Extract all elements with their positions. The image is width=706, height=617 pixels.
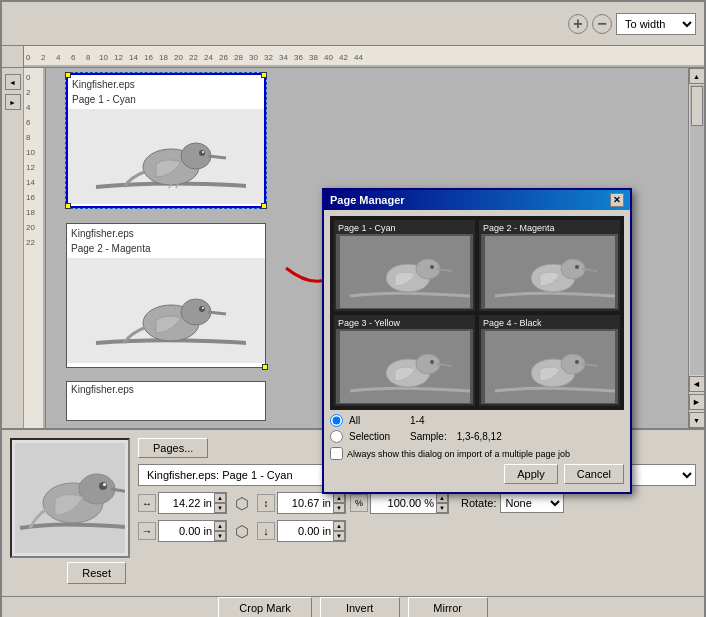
svg-point-50 [202, 307, 204, 309]
canvas-item-3[interactable]: Kingfisher.eps [66, 381, 266, 421]
width-input[interactable] [159, 493, 214, 513]
svg-text:22: 22 [189, 53, 198, 62]
mirror-button[interactable]: Mirror [408, 597, 488, 617]
rotate-select[interactable]: None 90 CW 90 CCW 180 [500, 493, 564, 513]
x-down[interactable]: ▼ [214, 531, 226, 541]
svg-text:20: 20 [26, 223, 35, 232]
y-group: ↓ ▲ ▼ [257, 520, 346, 542]
x-icon: → [138, 522, 156, 540]
svg-line-48 [208, 312, 226, 314]
right-arrow-button[interactable]: ► [5, 94, 21, 110]
cancel-button[interactable]: Cancel [564, 464, 624, 484]
left-arrow-button[interactable]: ◄ [5, 74, 21, 90]
y-up[interactable]: ▲ [333, 521, 345, 531]
svg-text:6: 6 [26, 118, 31, 127]
svg-point-60 [575, 265, 579, 269]
width-spinners: ▲ ▼ [214, 493, 226, 513]
scroll-up-button[interactable]: ▲ [689, 68, 705, 84]
canvas-item-1[interactable]: Kingfisher.eps Page 1 - Cyan [66, 73, 266, 208]
svg-point-63 [416, 354, 440, 374]
svg-line-40 [208, 156, 226, 158]
all-option-row: All 1-4 [330, 414, 624, 427]
pages-button[interactable]: Pages... [138, 438, 208, 458]
y-down[interactable]: ▼ [333, 531, 345, 541]
right-scrollbar: ▲ ◄ ► ▼ [688, 68, 704, 428]
handle-bl[interactable] [65, 203, 71, 209]
dialog-titlebar[interactable]: Page Manager ✕ [324, 190, 630, 210]
height-icon: ↕ [257, 494, 275, 512]
x-input-group: ▲ ▼ [158, 520, 227, 542]
svg-point-65 [430, 360, 434, 364]
scale-up[interactable]: ▲ [436, 493, 448, 503]
scroll-right-button[interactable]: ► [689, 394, 705, 410]
svg-text:2: 2 [41, 53, 46, 62]
y-spinners: ▲ ▼ [333, 521, 345, 541]
height-down[interactable]: ▼ [333, 503, 345, 513]
ruler-row: 0 2 4 6 8 10 12 14 16 18 20 22 24 26 28 … [2, 46, 704, 68]
svg-text:14: 14 [129, 53, 138, 62]
page-cell-2[interactable]: Page 2 - Magenta [479, 220, 620, 311]
scale-down[interactable]: ▼ [436, 503, 448, 513]
svg-point-47 [181, 299, 211, 325]
y-input[interactable] [278, 521, 333, 541]
scroll-left-button[interactable]: ◄ [689, 376, 705, 392]
svg-text:26: 26 [219, 53, 228, 62]
apply-button[interactable]: Apply [504, 464, 558, 484]
x-input[interactable] [159, 521, 214, 541]
selection-label: Selection [349, 431, 404, 442]
svg-point-73 [79, 474, 115, 504]
page-cell-1[interactable]: Page 1 - Cyan [334, 220, 475, 311]
zoom-controls: + − To width Fit page 100% 50% [568, 13, 696, 35]
canvas-item-2-label: Kingfisher.eps Page 2 - Magenta [67, 224, 265, 258]
app-window: + − To width Fit page 100% 50% 0 [0, 0, 706, 617]
invert-button[interactable]: Invert [320, 597, 400, 617]
sample-label: Sample: [410, 431, 447, 442]
handle-tr[interactable] [261, 72, 267, 78]
svg-point-76 [103, 483, 106, 486]
width-up[interactable]: ▲ [214, 493, 226, 503]
x-up[interactable]: ▲ [214, 521, 226, 531]
ruler-corner [2, 46, 24, 68]
height-up[interactable]: ▲ [333, 493, 345, 503]
page-image-2 [481, 234, 618, 309]
all-radio[interactable] [330, 414, 343, 427]
bottom-buttons: Crop Mark Invert Mirror [2, 596, 704, 617]
svg-text:38: 38 [309, 53, 318, 62]
svg-text:12: 12 [114, 53, 123, 62]
bird-image-2 [86, 261, 246, 361]
selection-radio[interactable] [330, 430, 343, 443]
canvas-item-2[interactable]: Kingfisher.eps Page 2 - Magenta [66, 223, 266, 368]
crop-mark-button[interactable]: Crop Mark [218, 597, 311, 617]
all-label: All [349, 415, 404, 426]
width-down[interactable]: ▼ [214, 503, 226, 513]
height-spinners: ▲ ▼ [333, 493, 345, 513]
reset-button[interactable]: Reset [67, 562, 126, 584]
zoom-in-button[interactable]: + [568, 14, 588, 34]
handle-tl[interactable] [65, 72, 71, 78]
view-select[interactable]: To width Fit page 100% 50% [616, 13, 696, 35]
checkbox-row: Always show this dialog on import of a m… [330, 447, 624, 460]
handle-br-2[interactable] [262, 364, 268, 370]
svg-text:22: 22 [26, 238, 35, 247]
scroll-down-button[interactable]: ▼ [689, 412, 705, 428]
link-icon[interactable]: ⬡ [231, 494, 253, 513]
scroll-track[interactable] [690, 85, 704, 375]
page-cell-3[interactable]: Page 3 - Yellow [334, 315, 475, 406]
all-value: 1-4 [410, 415, 424, 426]
left-sidebar: ◄ ► [2, 68, 24, 428]
handle-br[interactable] [261, 203, 267, 209]
svg-point-75 [99, 482, 107, 490]
zoom-out-button[interactable]: − [592, 14, 612, 34]
always-show-checkbox[interactable] [330, 447, 343, 460]
page-image-4 [481, 329, 618, 404]
page-cell-4[interactable]: Page 4 - Black [479, 315, 620, 406]
dialog-body: Page 1 - Cyan [324, 210, 630, 492]
height-input[interactable] [278, 493, 333, 513]
svg-text:0: 0 [26, 53, 31, 62]
dialog-close-button[interactable]: ✕ [610, 193, 624, 207]
page-label-2: Page 2 - Magenta [481, 222, 618, 234]
link-icon-2[interactable]: ⬡ [231, 522, 253, 541]
thumbnail-area: Reset [10, 438, 130, 588]
scale-input[interactable] [371, 493, 436, 513]
page-label-3: Page 3 - Yellow [336, 317, 473, 329]
